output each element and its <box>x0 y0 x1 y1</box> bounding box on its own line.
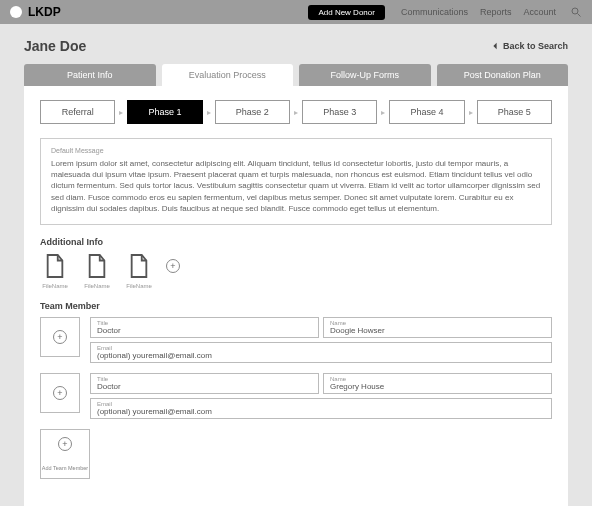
name-value: Doogie Howser <box>330 326 545 335</box>
card: Referral Phase 1 Phase 2 Phase 3 Phase 4… <box>24 86 568 506</box>
nav-reports[interactable]: Reports <box>480 7 512 17</box>
team-member-title: Team Member <box>40 301 552 311</box>
file-item[interactable]: FileName <box>82 253 112 289</box>
file-icon <box>44 253 66 279</box>
back-to-search-link[interactable]: Back to Search <box>491 41 568 51</box>
default-message-label: Default Message <box>51 147 541 154</box>
file-item[interactable]: FileName <box>40 253 70 289</box>
tab-follow-up-forms[interactable]: Follow-Up Forms <box>299 64 431 86</box>
tab-patient-info[interactable]: Patient Info <box>24 64 156 86</box>
phase-stepper: Referral Phase 1 Phase 2 Phase 3 Phase 4… <box>40 100 552 124</box>
file-item[interactable]: FileName <box>124 253 154 289</box>
email-placeholder: (optional) youremail@email.com <box>97 407 545 416</box>
name-field[interactable]: Name Doogie Howser <box>323 317 552 338</box>
chevron-left-icon <box>491 42 499 50</box>
chevron-right-icon <box>467 107 475 117</box>
title-field[interactable]: Title Doctor <box>90 317 319 338</box>
phase-referral[interactable]: Referral <box>40 100 115 124</box>
email-field[interactable]: Email (optional) youremail@email.com <box>90 398 552 419</box>
file-icon <box>86 253 108 279</box>
search-icon[interactable] <box>570 6 582 18</box>
default-message-text: Lorem ipsum dolor sit amet, consectetur … <box>51 158 541 214</box>
file-icon <box>128 253 150 279</box>
name-field[interactable]: Name Gregory House <box>323 373 552 394</box>
svg-point-0 <box>572 8 578 14</box>
nav-communications[interactable]: Communications <box>401 7 468 17</box>
team-member-row: + Title Doctor Name Doogie Howser Email … <box>40 317 552 363</box>
chevron-right-icon <box>117 107 125 117</box>
chevron-right-icon <box>205 107 213 117</box>
tab-post-donation-plan[interactable]: Post Donation Plan <box>437 64 569 86</box>
avatar-placeholder[interactable]: + <box>40 373 80 413</box>
phase-5[interactable]: Phase 5 <box>477 100 552 124</box>
name-value: Gregory House <box>330 382 545 391</box>
phase-3[interactable]: Phase 3 <box>302 100 377 124</box>
default-message-box: Default Message Lorem ipsum dolor sit am… <box>40 138 552 225</box>
additional-info-title: Additional Info <box>40 237 552 247</box>
add-file-button[interactable]: + <box>166 259 180 273</box>
team-member-row: + Title Doctor Name Gregory House Email … <box>40 373 552 419</box>
file-name: FileName <box>40 283 70 289</box>
title-value: Doctor <box>97 382 312 391</box>
add-donor-button[interactable]: Add New Donor <box>308 5 384 20</box>
email-placeholder: (optional) youremail@email.com <box>97 351 545 360</box>
add-team-member-label: Add Team Member <box>42 465 88 471</box>
title-value: Doctor <box>97 326 312 335</box>
tabs: Patient Info Evaluation Process Follow-U… <box>24 64 568 86</box>
file-list: FileName FileName FileName + <box>40 253 552 289</box>
page-title: Jane Doe <box>24 38 86 54</box>
phase-2[interactable]: Phase 2 <box>215 100 290 124</box>
avatar-placeholder[interactable]: + <box>40 317 80 357</box>
topbar: LKDP Add New Donor Communications Report… <box>0 0 592 24</box>
add-team-member-button[interactable]: + Add Team Member <box>40 429 90 479</box>
file-name: FileName <box>124 283 154 289</box>
email-field[interactable]: Email (optional) youremail@email.com <box>90 342 552 363</box>
svg-line-1 <box>578 14 581 17</box>
title-field[interactable]: Title Doctor <box>90 373 319 394</box>
plus-icon: + <box>58 437 72 451</box>
phase-4[interactable]: Phase 4 <box>389 100 464 124</box>
plus-icon: + <box>53 386 67 400</box>
file-name: FileName <box>82 283 112 289</box>
chevron-right-icon <box>292 107 300 117</box>
chevron-right-icon <box>379 107 387 117</box>
plus-icon: + <box>170 261 175 271</box>
nav-account[interactable]: Account <box>523 7 556 17</box>
back-label: Back to Search <box>503 41 568 51</box>
plus-icon: + <box>53 330 67 344</box>
logo-text: LKDP <box>28 5 61 19</box>
logo-icon <box>10 6 22 18</box>
tab-evaluation-process[interactable]: Evaluation Process <box>162 64 294 86</box>
phase-1[interactable]: Phase 1 <box>127 100 202 124</box>
